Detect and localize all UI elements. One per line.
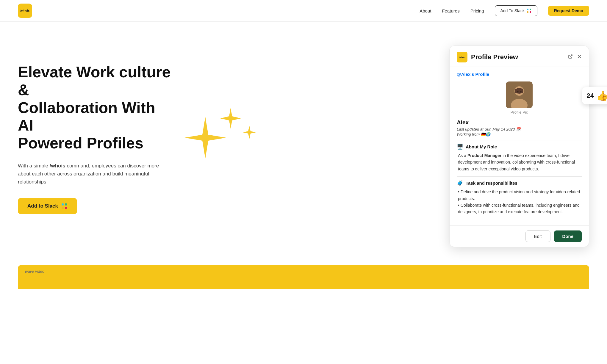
navbar: /whois About Features Pricing Add To Sla… — [0, 0, 607, 22]
card-footer: Edit Done — [450, 225, 589, 247]
last-updated: Last updated at Sun May 14 2023 📅 — [457, 127, 582, 131]
svg-rect-0 — [527, 9, 528, 10]
divider — [457, 140, 582, 140]
svg-rect-6 — [62, 207, 64, 209]
task-icon: 🧳 — [457, 180, 463, 186]
svg-point-12 — [517, 91, 519, 92]
nav-about[interactable]: About — [420, 8, 431, 13]
add-to-slack-button[interactable]: Add to Slack — [18, 198, 77, 214]
request-demo-button[interactable]: Request Demo — [548, 6, 589, 16]
star-decoration-small — [220, 108, 241, 129]
svg-rect-4 — [62, 203, 64, 205]
working-from: Working from 🇩🇪🌍 — [457, 132, 582, 136]
svg-point-13 — [520, 91, 522, 92]
edit-button[interactable]: Edit — [525, 230, 550, 242]
about-role-section-title: 🖥️ About My Role — [457, 143, 582, 150]
external-link-icon[interactable] — [568, 54, 573, 60]
tasks-text: • Define and drive the product vision an… — [457, 189, 582, 215]
star-decoration — [184, 117, 226, 159]
profile-preview-container: /whois Profile Preview @Alex's Profile — [449, 46, 589, 247]
video-label: wave video — [25, 269, 582, 274]
thumb-count: 24 — [587, 92, 594, 100]
decorative-stars — [184, 117, 226, 160]
logo: /whois — [18, 4, 32, 18]
card-title: Profile Preview — [471, 53, 518, 61]
svg-rect-5 — [65, 203, 67, 205]
at-name: @Alex's Profile — [457, 72, 582, 77]
hero-subtitle: With a simple /whois command, employees … — [18, 162, 161, 186]
slack-icon — [526, 8, 532, 13]
nav-pricing[interactable]: Pricing — [470, 8, 484, 13]
profile-card: /whois Profile Preview @Alex's Profile — [449, 46, 589, 247]
card-header-left: /whois Profile Preview — [457, 52, 518, 62]
user-name: Alex — [457, 119, 582, 126]
role-icon: 🖥️ — [457, 143, 463, 150]
nav-add-to-slack-button[interactable]: Add To Slack — [495, 5, 537, 16]
hero-title: Elevate Work culture & Collaboration Wit… — [18, 63, 173, 152]
svg-rect-2 — [527, 11, 528, 13]
card-body: @Alex's Profile — [450, 67, 589, 225]
svg-rect-7 — [65, 207, 67, 209]
card-logo: /whois — [457, 52, 467, 62]
card-header: /whois Profile Preview — [450, 46, 589, 67]
divider-2 — [457, 176, 582, 177]
nav-links: About Features Pricing Add To Slack Requ… — [420, 5, 589, 16]
thumb-emoji: 👍 — [596, 90, 607, 101]
done-button[interactable]: Done — [554, 230, 582, 242]
hero-content: Elevate Work culture & Collaboration Wit… — [18, 46, 173, 214]
svg-rect-1 — [530, 9, 531, 10]
profile-pic-label: Profile Pic — [457, 110, 582, 114]
svg-rect-3 — [530, 11, 531, 13]
nav-features[interactable]: Features — [442, 8, 459, 13]
slack-icon-hero — [61, 203, 68, 209]
logo-icon: /whois — [18, 4, 32, 18]
star-decoration-tiny — [243, 126, 256, 139]
thumb-badge: 24 👍 — [582, 87, 607, 104]
profile-picture — [506, 81, 533, 108]
about-role-text: As a Product Manager in the video experi… — [457, 152, 582, 172]
close-icon[interactable] — [577, 54, 582, 60]
video-section: wave video — [18, 265, 589, 289]
tasks-section-title: 🧳 Task and responsibilites — [457, 180, 582, 186]
hero-section: Elevate Work culture & Collaboration Wit… — [0, 22, 607, 265]
profile-pic-section: Profile Pic — [457, 81, 582, 114]
card-header-icons — [568, 54, 582, 60]
